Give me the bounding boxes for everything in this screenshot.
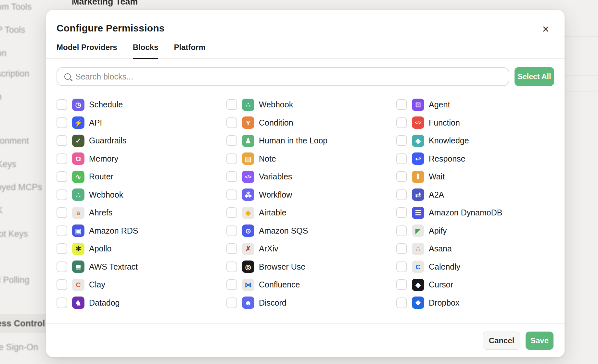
checkbox[interactable]: [396, 261, 407, 272]
block-item-router[interactable]: ∿ Router: [57, 168, 226, 186]
response-icon: ↩: [412, 152, 424, 165]
block-item-clay[interactable]: C Clay: [57, 276, 226, 294]
checkbox[interactable]: [396, 207, 407, 218]
block-item-knowledge[interactable]: ◈ Knowledge: [396, 132, 554, 150]
search-box[interactable]: [57, 67, 509, 86]
block-item-discord[interactable]: ☻ Discord: [226, 294, 396, 312]
checkbox[interactable]: [57, 189, 67, 200]
tab-platform[interactable]: Platform: [174, 43, 205, 58]
block-label: Discord: [259, 298, 286, 308]
checkbox[interactable]: [226, 225, 237, 236]
function-icon: </>: [412, 116, 424, 129]
checkbox[interactable]: [396, 225, 407, 236]
block-label: API: [89, 118, 102, 127]
block-item-amazon-rds[interactable]: ▣ Amazon RDS: [57, 222, 226, 240]
checkbox[interactable]: [396, 171, 407, 182]
checkbox[interactable]: [396, 243, 407, 254]
checkbox[interactable]: [57, 117, 67, 128]
block-label: Confluence: [259, 280, 300, 289]
block-item-agent[interactable]: ⊡ Agent: [396, 96, 554, 114]
checkbox[interactable]: [396, 297, 407, 308]
block-item-response[interactable]: ↩ Response: [396, 150, 554, 168]
block-item-function[interactable]: </> Function: [396, 114, 554, 132]
note-icon: ▤: [242, 152, 254, 165]
block-item-condition[interactable]: Y Condition: [226, 114, 396, 132]
discord-icon: ☻: [242, 297, 254, 309]
checkbox[interactable]: [57, 207, 67, 218]
block-item-ahrefs[interactable]: a Ahrefs: [57, 204, 226, 222]
schedule-icon: ◷: [72, 99, 84, 111]
checkbox[interactable]: [57, 243, 67, 254]
block-item-aws-textract[interactable]: ≣ AWS Textract: [57, 258, 226, 276]
checkbox[interactable]: [57, 99, 67, 110]
calendly-icon: C: [412, 261, 424, 273]
checkbox[interactable]: [396, 117, 407, 128]
block-item-api[interactable]: ⚡ API: [57, 114, 226, 132]
checkbox[interactable]: [396, 153, 407, 164]
block-item-webhook[interactable]: ∴ Webhook: [57, 186, 226, 204]
checkbox[interactable]: [57, 261, 67, 272]
checkbox[interactable]: [396, 279, 407, 290]
checkbox[interactable]: [396, 99, 407, 110]
checkbox[interactable]: [226, 297, 237, 308]
block-item-schedule[interactable]: ◷ Schedule: [57, 96, 226, 114]
close-icon[interactable]: ×: [540, 24, 552, 36]
checkbox[interactable]: [57, 153, 67, 164]
sidebar-item: P Tools: [0, 25, 25, 35]
save-button[interactable]: Save: [526, 332, 553, 350]
checkbox[interactable]: [57, 279, 67, 290]
sidebar-item: n: [0, 92, 2, 102]
block-item-asana[interactable]: ∴ Asana: [396, 240, 554, 258]
webhook-icon: ∴: [242, 99, 254, 111]
checkbox[interactable]: [57, 225, 67, 236]
block-item-webhook-2[interactable]: ∴ Webhook: [226, 96, 396, 114]
block-item-variables[interactable]: </> Variables: [226, 168, 396, 186]
checkbox[interactable]: [226, 135, 237, 146]
checkbox[interactable]: [226, 261, 237, 272]
block-item-wait[interactable]: Ⅱ Wait: [396, 168, 554, 186]
block-item-airtable[interactable]: ◆ Airtable: [226, 204, 396, 222]
checkbox[interactable]: [226, 153, 237, 164]
block-item-memory[interactable]: Ω Memory: [57, 150, 226, 168]
block-item-calendly[interactable]: C Calendly: [396, 258, 554, 276]
block-item-workflow[interactable]: ⁂ Workflow: [226, 186, 396, 204]
block-label: Condition: [259, 118, 293, 127]
sidebar-item: K: [0, 205, 3, 215]
block-item-apify[interactable]: ◤ Apify: [396, 222, 554, 240]
checkbox[interactable]: [226, 171, 237, 182]
block-item-confluence[interactable]: ⋈ Confluence: [226, 276, 396, 294]
checkbox[interactable]: [57, 297, 67, 308]
select-all-button[interactable]: Select All: [515, 67, 554, 86]
checkbox[interactable]: [226, 117, 237, 128]
block-label: Amazon DynamoDB: [429, 208, 502, 217]
block-item-cursor[interactable]: ◆ Cursor: [396, 276, 554, 294]
search-input[interactable]: [75, 72, 502, 81]
tab-blocks[interactable]: Blocks: [133, 43, 159, 59]
checkbox[interactable]: [226, 243, 237, 254]
checkbox[interactable]: [396, 189, 407, 200]
block-label: Function: [429, 118, 460, 127]
block-item-note[interactable]: ▤ Note: [226, 150, 396, 168]
checkbox[interactable]: [57, 135, 67, 146]
tab-model-providers[interactable]: Model Providers: [57, 43, 117, 58]
checkbox[interactable]: [226, 279, 237, 290]
checkbox[interactable]: [226, 189, 237, 200]
checkbox[interactable]: [226, 99, 237, 110]
sidebar-item: ronment: [0, 136, 29, 146]
block-item-arxiv[interactable]: ✗ ArXiv: [226, 240, 396, 258]
block-item-amazon-dynamodb[interactable]: ☰ Amazon DynamoDB: [396, 204, 554, 222]
block-item-browser-use[interactable]: ◎ Browser Use: [226, 258, 396, 276]
checkbox[interactable]: [226, 207, 237, 218]
block-item-dropbox[interactable]: ❖ Dropbox: [396, 294, 554, 312]
block-item-datadog[interactable]: ♞ Datadog: [57, 294, 226, 312]
block-item-a2a[interactable]: ⇄ A2A: [396, 186, 554, 204]
checkbox[interactable]: [57, 171, 67, 182]
checkbox[interactable]: [396, 135, 407, 146]
block-item-human-in-the-loop[interactable]: ♟ Human in the Loop: [226, 132, 396, 150]
block-item-apollo[interactable]: ✻ Apollo: [57, 240, 226, 258]
clay-icon: C: [72, 279, 84, 291]
workspace-title: Marketing Team: [72, 0, 138, 7]
block-item-guardrails[interactable]: ✓ Guardrails: [57, 132, 226, 150]
block-item-amazon-sqs[interactable]: ⊙ Amazon SQS: [226, 222, 396, 240]
cancel-button[interactable]: Cancel: [483, 332, 520, 350]
